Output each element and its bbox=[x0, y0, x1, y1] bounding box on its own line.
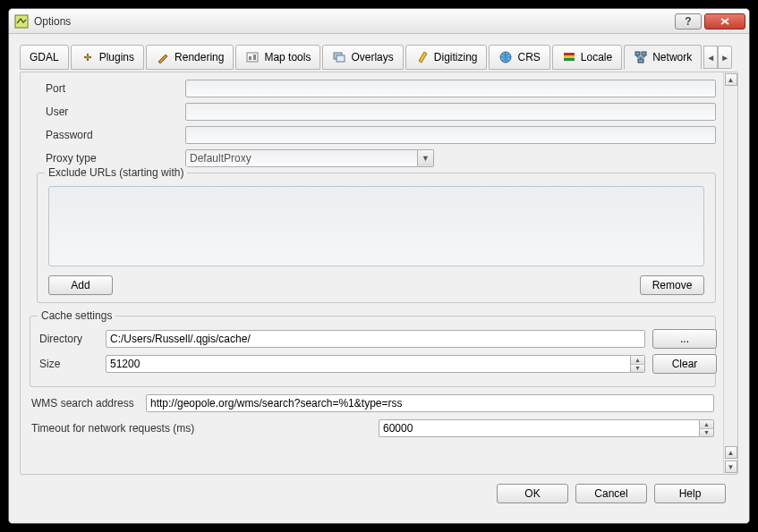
directory-input[interactable] bbox=[106, 330, 645, 348]
wms-label: WMS search address bbox=[31, 397, 139, 410]
port-input[interactable] bbox=[185, 80, 716, 97]
network-panel: Port User Password Proxy type ▼ Exclude … bbox=[20, 72, 738, 475]
wms-input[interactable] bbox=[146, 394, 714, 412]
titlebar[interactable]: Options ? bbox=[9, 9, 749, 34]
dialog-button-row: OK Cancel Help bbox=[20, 475, 738, 514]
spin-up-icon[interactable]: ▲ bbox=[631, 356, 644, 365]
help-button[interactable]: ? bbox=[675, 13, 702, 30]
tab-scroll-left[interactable]: ◄ bbox=[703, 46, 718, 69]
close-button[interactable] bbox=[704, 13, 745, 30]
scroll-down-icon[interactable]: ▼ bbox=[725, 460, 737, 473]
directory-label: Directory bbox=[39, 333, 98, 345]
brush-icon bbox=[156, 50, 170, 64]
port-label: Port bbox=[46, 80, 180, 97]
overlays-icon bbox=[332, 50, 346, 64]
size-label: Size bbox=[39, 358, 98, 370]
scroll-up-icon[interactable]: ▲ bbox=[725, 73, 737, 86]
tab-overlays[interactable]: Overlays bbox=[322, 45, 403, 70]
maptools-icon bbox=[245, 50, 260, 64]
scroll-up-icon[interactable]: ▲ bbox=[725, 446, 737, 459]
cache-legend: Cache settings bbox=[38, 309, 115, 322]
tab-scroll-right[interactable]: ► bbox=[718, 46, 732, 69]
tab-network[interactable]: Network bbox=[624, 45, 702, 70]
timeout-input[interactable] bbox=[379, 419, 700, 437]
window-title: Options bbox=[34, 15, 672, 28]
options-dialog: Options ? GDAL Plugins Rendering Map too… bbox=[8, 8, 750, 524]
tab-rendering[interactable]: Rendering bbox=[146, 45, 234, 70]
globe-icon bbox=[498, 50, 513, 64]
plugin-icon bbox=[81, 50, 95, 64]
dialog-content: GDAL Plugins Rendering Map tools Overlay… bbox=[9, 34, 749, 523]
spin-down-icon[interactable]: ▼ bbox=[631, 365, 644, 373]
tab-crs[interactable]: CRS bbox=[489, 45, 549, 70]
svg-rect-6 bbox=[564, 53, 575, 55]
svg-point-1 bbox=[86, 55, 89, 59]
exclude-urls-group: Exclude URLs (starting with) Add Remove bbox=[37, 173, 716, 303]
user-input[interactable] bbox=[185, 103, 716, 121]
password-input[interactable] bbox=[185, 126, 716, 144]
proxy-type-value[interactable] bbox=[185, 149, 418, 167]
svg-rect-10 bbox=[642, 52, 646, 55]
proxy-type-combo[interactable]: ▼ bbox=[185, 149, 716, 167]
svg-rect-9 bbox=[635, 52, 640, 55]
vertical-scrollbar[interactable]: ▲ ▲ ▼ bbox=[723, 72, 737, 474]
exclude-urls-legend: Exclude URLs (starting with) bbox=[45, 166, 187, 179]
remove-button[interactable]: Remove bbox=[640, 275, 704, 295]
tab-gdal[interactable]: GDAL bbox=[20, 45, 69, 70]
browse-button[interactable]: ... bbox=[652, 329, 717, 349]
clear-button[interactable]: Clear bbox=[652, 354, 717, 374]
cache-settings-group: Cache settings Directory ... Size ▲▼ Cle… bbox=[30, 316, 716, 387]
svg-rect-11 bbox=[638, 59, 643, 63]
pencil-icon bbox=[415, 50, 430, 64]
svg-rect-8 bbox=[564, 58, 575, 61]
tab-maptools[interactable]: Map tools bbox=[235, 45, 320, 70]
cancel-button[interactable]: Cancel bbox=[575, 484, 647, 503]
network-icon bbox=[634, 50, 648, 64]
user-label: User bbox=[46, 103, 180, 121]
tab-plugins[interactable]: Plugins bbox=[71, 45, 144, 70]
password-label: Password bbox=[46, 126, 180, 144]
help-dialog-button[interactable]: Help bbox=[654, 484, 726, 503]
timeout-label: Timeout for network requests (ms) bbox=[31, 422, 371, 435]
svg-rect-4 bbox=[336, 55, 345, 62]
chevron-down-icon[interactable]: ▼ bbox=[418, 149, 434, 167]
ok-button[interactable]: OK bbox=[497, 484, 568, 503]
timeout-spinbox[interactable]: ▲▼ bbox=[379, 419, 714, 437]
size-spinbox[interactable]: ▲▼ bbox=[106, 355, 645, 373]
exclude-urls-list[interactable] bbox=[48, 186, 704, 266]
proxy-type-label: Proxy type bbox=[46, 149, 180, 167]
svg-rect-7 bbox=[564, 55, 575, 58]
svg-rect-0 bbox=[15, 15, 28, 28]
tab-locale[interactable]: Locale bbox=[552, 45, 622, 70]
size-input[interactable] bbox=[106, 355, 631, 373]
spin-down-icon[interactable]: ▼ bbox=[700, 429, 713, 437]
tab-digitizing[interactable]: Digitizing bbox=[405, 45, 488, 70]
tab-strip: GDAL Plugins Rendering Map tools Overlay… bbox=[20, 43, 738, 72]
add-button[interactable]: Add bbox=[48, 275, 113, 295]
app-icon bbox=[14, 14, 29, 29]
flag-icon bbox=[562, 50, 576, 64]
svg-rect-2 bbox=[247, 53, 258, 62]
spin-up-icon[interactable]: ▲ bbox=[700, 420, 713, 429]
